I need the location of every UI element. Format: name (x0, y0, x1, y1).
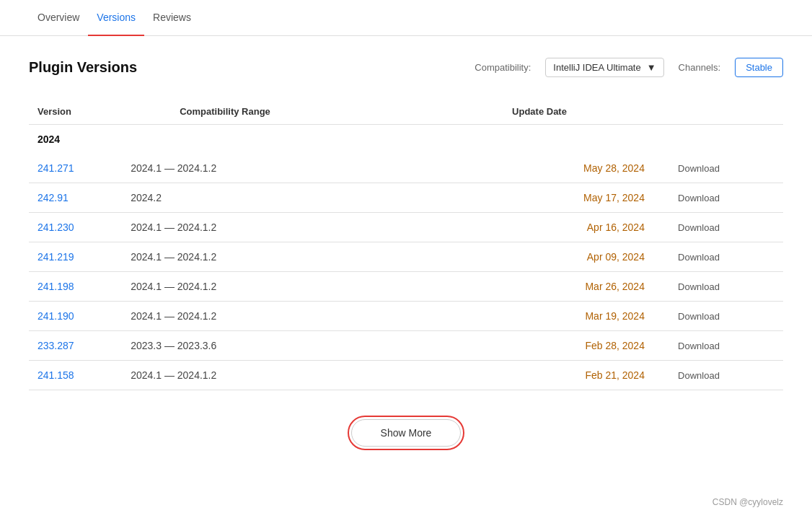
nav-tabs: Overview Versions Reviews (0, 0, 812, 36)
update-date-cell: May 17, 2024 (394, 183, 653, 213)
download-button[interactable]: Download (662, 341, 720, 351)
version-link[interactable]: 241.158 (37, 369, 74, 381)
year-group-row: 2024 (29, 125, 783, 154)
table-row: 241.271 2024.1 — 2024.1.2 May 28, 2024 D… (29, 154, 783, 183)
download-button[interactable]: Download (662, 311, 720, 322)
table-row: 241.219 2024.1 — 2024.1.2 Apr 09, 2024 D… (29, 242, 783, 272)
update-date-cell: Mar 26, 2024 (394, 272, 653, 302)
table-row: 233.287 2023.3 — 2023.3.6 Feb 28, 2024 D… (29, 331, 783, 361)
col-compat-header: Compatibility Range (122, 99, 394, 125)
compat-range-cell: 2024.1 — 2024.1.2 (122, 154, 394, 183)
compat-range-cell: 2024.1 — 2024.1.2 (122, 272, 394, 302)
show-more-button[interactable]: Show More (351, 419, 462, 447)
update-date-cell: Mar 19, 2024 (394, 302, 653, 331)
download-button[interactable]: Download (662, 370, 720, 381)
page-header: Plugin Versions Compatibility: IntelliJ … (29, 58, 783, 77)
download-button[interactable]: Download (662, 193, 720, 203)
tab-overview[interactable]: Overview (29, 0, 88, 36)
version-link[interactable]: 241.198 (37, 281, 74, 292)
channels-label: Channels: (679, 62, 721, 73)
compat-range-cell: 2023.3 — 2023.3.6 (122, 331, 394, 361)
version-link[interactable]: 242.91 (37, 192, 69, 203)
versions-table: Version Compatibility Range Update Date … (29, 99, 783, 390)
tab-versions[interactable]: Versions (88, 0, 144, 36)
update-date-cell: Feb 28, 2024 (394, 331, 653, 361)
page-title: Plugin Versions (29, 59, 137, 76)
tab-reviews[interactable]: Reviews (144, 0, 200, 36)
chevron-down-icon: ▼ (647, 62, 656, 73)
col-date-header: Update Date (394, 99, 653, 125)
download-button[interactable]: Download (662, 222, 720, 233)
compatibility-select[interactable]: IntelliJ IDEA Ultimate ▼ (545, 58, 663, 77)
download-button[interactable]: Download (662, 252, 720, 263)
download-button[interactable]: Download (662, 281, 720, 292)
table-row: 242.91 2024.2 May 17, 2024 Download (29, 183, 783, 213)
compat-range-cell: 2024.1 — 2024.1.2 (122, 242, 394, 272)
download-button[interactable]: Download (662, 163, 720, 174)
table-row: 241.230 2024.1 — 2024.1.2 Apr 16, 2024 D… (29, 213, 783, 242)
footer-note: CSDN @cyylovelz (0, 490, 812, 514)
compatibility-label: Compatibility: (475, 62, 531, 73)
update-date-cell: Feb 21, 2024 (394, 361, 653, 390)
version-link[interactable]: 241.271 (37, 162, 74, 174)
update-date-cell: Apr 16, 2024 (394, 213, 653, 242)
col-version-header: Version (29, 99, 122, 125)
filters-bar: Compatibility: IntelliJ IDEA Ultimate ▼ … (475, 58, 783, 77)
version-link[interactable]: 241.190 (37, 310, 74, 322)
compat-range-cell: 2024.1 — 2024.1.2 (122, 302, 394, 331)
compat-range-cell: 2024.1 — 2024.1.2 (122, 361, 394, 390)
compat-range-cell: 2024.1 — 2024.1.2 (122, 213, 394, 242)
compatibility-value: IntelliJ IDEA Ultimate (553, 62, 640, 73)
table-row: 241.190 2024.1 — 2024.1.2 Mar 19, 2024 D… (29, 302, 783, 331)
compat-range-cell: 2024.2 (122, 183, 394, 213)
table-row: 241.198 2024.1 — 2024.1.2 Mar 26, 2024 D… (29, 272, 783, 302)
update-date-cell: Apr 09, 2024 (394, 242, 653, 272)
update-date-cell: May 28, 2024 (394, 154, 653, 183)
show-more-wrapper: Show More (29, 419, 783, 447)
table-row: 241.158 2024.1 — 2024.1.2 Feb 21, 2024 D… (29, 361, 783, 390)
version-link[interactable]: 233.287 (37, 340, 74, 351)
version-link[interactable]: 241.230 (37, 221, 74, 233)
stable-channel-button[interactable]: Stable (735, 58, 783, 77)
version-link[interactable]: 241.219 (37, 251, 74, 263)
